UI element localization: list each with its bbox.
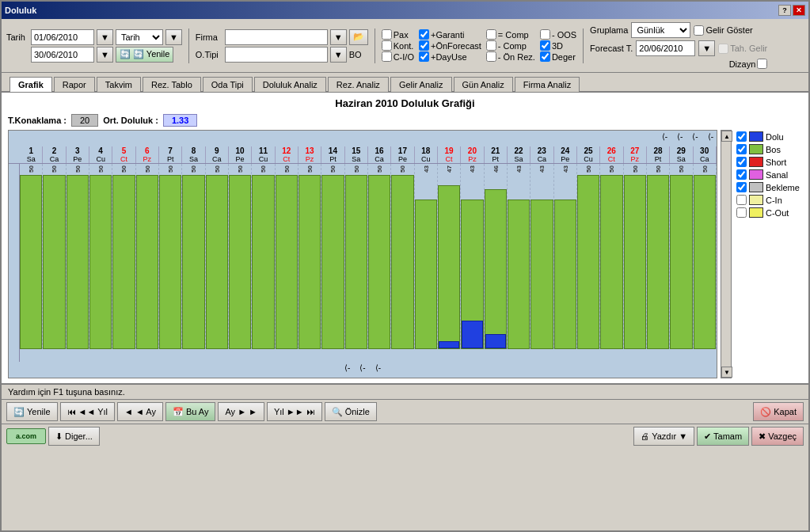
scroll-up[interactable]: ▲ xyxy=(721,131,732,142)
gruplama-select[interactable]: Günlük xyxy=(631,22,690,38)
tab-gun-analiz[interactable]: Gün Analiz xyxy=(454,77,513,92)
tab-grafik[interactable]: Grafik xyxy=(10,77,52,92)
yazdir-button[interactable]: 🖨 Yazdır ▼ xyxy=(633,427,694,446)
firma-input[interactable] xyxy=(225,29,328,45)
firma-dropdown[interactable]: ▼ xyxy=(330,29,347,45)
yil-next-button[interactable]: Yıl ►► ⏭ xyxy=(267,402,322,421)
ay-prev-button[interactable]: ◄ ◄ Ay xyxy=(117,402,163,421)
day-header-16: 16Ca xyxy=(368,146,391,163)
yenile-label: 🔄 Yenile xyxy=(133,49,169,59)
kapat-button[interactable]: 🚫 Kapat xyxy=(753,402,804,421)
arrow-top-4[interactable]: ⟨- xyxy=(708,132,713,145)
day-header-18: 18Cu xyxy=(415,146,438,163)
day-header-8: 8Sa xyxy=(182,146,205,163)
tab-rez-analiz[interactable]: Rez. Analiz xyxy=(328,77,389,92)
vertical-scrollbar[interactable]: ▲ ▼ xyxy=(721,130,732,378)
arrow-bot-2[interactable]: ⟨- xyxy=(359,363,365,376)
diger-button[interactable]: ⬇ Diger... xyxy=(48,427,100,446)
tab-rapor[interactable]: Rapor xyxy=(54,77,95,92)
bu-ay-label: Bu Ay xyxy=(186,407,209,416)
otipi-input[interactable] xyxy=(225,47,328,63)
arrow-top-2[interactable]: ⟨- xyxy=(677,132,683,145)
cb-onrez[interactable]: - Ön Rez. xyxy=(486,51,535,62)
tarih-dropdown[interactable]: ▼ xyxy=(165,29,182,45)
forecast-label: Forecast T. xyxy=(590,44,633,53)
close-button[interactable]: ✕ xyxy=(793,5,805,16)
forecast-date-input[interactable] xyxy=(636,40,695,56)
firma-browse[interactable]: 📂 xyxy=(349,29,368,45)
date1-picker[interactable]: ▼ xyxy=(97,29,113,45)
ay-prev-label: ◄ Ay xyxy=(135,407,156,416)
legend-bekleme[interactable]: Bekleme xyxy=(736,182,800,192)
bar-col-30: 50 xyxy=(694,164,717,349)
vazgec-button[interactable]: ✖ Vazgeç xyxy=(751,427,804,446)
bu-ay-button[interactable]: 📅 Bu Ay xyxy=(165,402,216,421)
date2-picker[interactable]: ▼ xyxy=(97,47,113,63)
ay-next-button[interactable]: Ay ► ► xyxy=(218,402,264,421)
tab-oda-tipi[interactable]: Oda Tipi xyxy=(203,77,253,92)
tab-doluluk-analiz[interactable]: Doluluk Analiz xyxy=(254,77,326,92)
day-header-11: 11Cu xyxy=(252,146,275,163)
legend-bos[interactable]: Bos xyxy=(736,144,800,154)
day-header-27: 27Pz xyxy=(624,146,647,163)
cb-comp-minus[interactable]: - Comp xyxy=(486,40,535,51)
cb-pax[interactable]: Pax xyxy=(382,29,414,40)
day-header-13: 13Pz xyxy=(299,146,321,163)
tab-firma-analiz[interactable]: Firma Analiz xyxy=(515,77,580,92)
day-header-10: 10Pe xyxy=(229,146,252,163)
date1-input[interactable] xyxy=(31,29,94,45)
logo-area: a.com xyxy=(6,428,46,444)
onizle-button[interactable]: 🔍 Önizle xyxy=(325,402,377,421)
tab-gelir-analiz[interactable]: Gelir Analiz xyxy=(390,77,452,92)
arrow-bot-3[interactable]: ⟨- xyxy=(375,363,381,376)
bar-col-28: 50 xyxy=(647,164,670,349)
green-bar-5 xyxy=(112,175,135,349)
tkonaklama-label: T.Konaklama : xyxy=(8,116,67,125)
cb-deger[interactable]: Deger xyxy=(540,51,576,62)
cb-tah-gelir[interactable]: Tah. Gelir xyxy=(718,44,767,54)
cb-gelir-goster[interactable]: Gelir Göster xyxy=(694,25,752,36)
bar-col-3: 50 xyxy=(67,164,89,349)
green-bar-28 xyxy=(647,175,669,349)
arrow-top-3[interactable]: ⟨- xyxy=(692,132,698,145)
cb-garanti[interactable]: +Garanti xyxy=(419,29,481,40)
gelir-goster-label: Gelir Göster xyxy=(705,25,752,35)
legend: Dolu Bos Short Sanal xyxy=(735,130,802,378)
yil-prev-button[interactable]: ⏮ ◄◄ Yıl xyxy=(60,402,115,421)
cb-comp-eq[interactable]: = Comp xyxy=(486,29,535,40)
cb-cio[interactable]: C-I/O xyxy=(382,51,414,62)
cb-3d[interactable]: 3D xyxy=(540,40,576,51)
legend-sanal[interactable]: Sanal xyxy=(736,169,800,180)
tab-rez-tablo[interactable]: Rez. Tablo xyxy=(143,77,201,92)
help-button[interactable]: ? xyxy=(778,5,791,16)
legend-cout[interactable]: C-Out xyxy=(736,207,800,218)
legend-label-bos: Bos xyxy=(766,145,781,154)
scroll-down[interactable]: ▼ xyxy=(721,367,732,378)
bar-col-29: 50 xyxy=(670,164,693,349)
green-bar-16 xyxy=(368,175,390,349)
cb-dizayn[interactable]: Dizayn xyxy=(729,59,768,69)
cb-kont[interactable]: Kont. xyxy=(382,40,414,51)
green-bar-17 xyxy=(391,175,413,349)
yenile-nav-button[interactable]: 🔄 Yenile xyxy=(6,402,58,421)
cb-onforecast[interactable]: +ÖnForecast xyxy=(419,40,481,51)
otipi-dropdown[interactable]: ▼ xyxy=(330,47,347,63)
day-header-1: 1Sa xyxy=(20,146,43,163)
legend-label-short: Short xyxy=(766,158,786,167)
yenile-button[interactable]: 🔄 🔄 Yenile xyxy=(116,47,174,63)
cb-oos[interactable]: - OOS xyxy=(540,29,576,40)
cb-dayuse[interactable]: +DayUse xyxy=(419,51,481,62)
tarih-select[interactable]: Tarih xyxy=(116,29,163,45)
legend-cin[interactable]: C-In xyxy=(736,195,800,205)
tab-takvim[interactable]: Takvim xyxy=(97,77,141,92)
arrow-top-1[interactable]: ⟨- xyxy=(662,132,667,145)
arrow-bot-1[interactable]: ⟨- xyxy=(344,363,350,376)
legend-dolu[interactable]: Dolu xyxy=(736,131,800,142)
legend-short[interactable]: Short xyxy=(736,157,800,167)
date2-input[interactable] xyxy=(31,47,94,63)
bar-col-12: 50 xyxy=(276,164,299,349)
forecast-date-picker[interactable]: ▼ xyxy=(698,40,715,56)
tamam-button[interactable]: ✔ Tamam xyxy=(697,427,749,446)
day-header-3: 3Pe xyxy=(67,146,89,163)
tkonaklama-value: 20 xyxy=(71,114,98,127)
